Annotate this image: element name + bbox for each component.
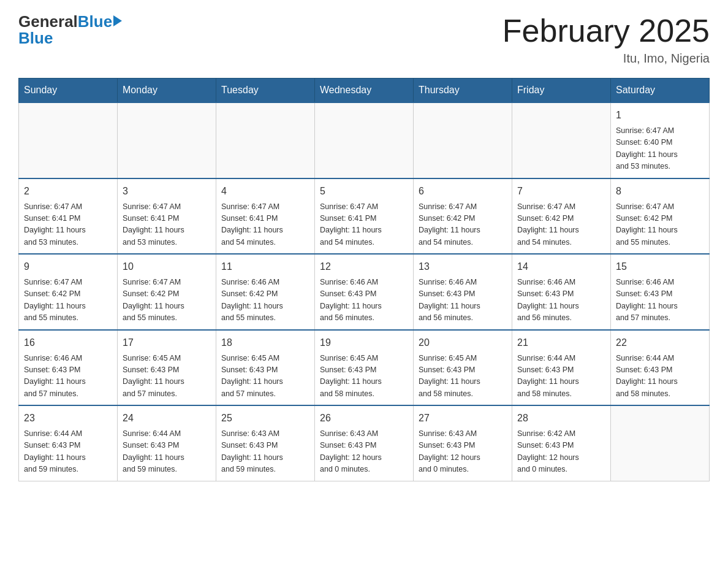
calendar-title: February 2025: [502, 12, 710, 49]
day-info: Sunrise: 6:43 AM Sunset: 6:43 PM Dayligh…: [419, 428, 507, 476]
calendar-cell: 15Sunrise: 6:46 AM Sunset: 6:43 PM Dayli…: [611, 254, 710, 330]
calendar-cell: [118, 102, 216, 178]
day-info: Sunrise: 6:44 AM Sunset: 6:43 PM Dayligh…: [517, 353, 605, 400]
calendar-cell: 16Sunrise: 6:46 AM Sunset: 6:43 PM Dayli…: [19, 330, 118, 406]
calendar-cell: 12Sunrise: 6:46 AM Sunset: 6:43 PM Dayli…: [315, 254, 414, 330]
day-info: Sunrise: 6:46 AM Sunset: 6:43 PM Dayligh…: [419, 277, 507, 324]
calendar-cell: 24Sunrise: 6:44 AM Sunset: 6:43 PM Dayli…: [118, 405, 216, 481]
day-number: 16: [24, 335, 112, 350]
day-info: Sunrise: 6:47 AM Sunset: 6:41 PM Dayligh…: [320, 201, 408, 249]
day-number: 2: [24, 184, 112, 199]
day-of-week-header: Wednesday: [315, 79, 414, 103]
day-number: 26: [320, 411, 408, 426]
day-info: Sunrise: 6:47 AM Sunset: 6:42 PM Dayligh…: [123, 277, 211, 324]
calendar-cell: 22Sunrise: 6:44 AM Sunset: 6:43 PM Dayli…: [611, 330, 710, 406]
logo-arrow-icon: [113, 15, 122, 26]
calendar-cell: 9Sunrise: 6:47 AM Sunset: 6:42 PM Daylig…: [19, 254, 118, 330]
day-number: 21: [517, 335, 605, 350]
day-number: 20: [419, 335, 507, 350]
calendar-cell: 11Sunrise: 6:46 AM Sunset: 6:42 PM Dayli…: [216, 254, 315, 330]
day-number: 14: [517, 259, 605, 274]
day-info: Sunrise: 6:47 AM Sunset: 6:40 PM Dayligh…: [616, 125, 704, 173]
calendar-cell: [19, 102, 118, 178]
title-area: February 2025 Itu, Imo, Nigeria: [502, 12, 710, 66]
calendar-cell: [216, 102, 315, 178]
calendar-cell: 18Sunrise: 6:45 AM Sunset: 6:43 PM Dayli…: [216, 330, 315, 406]
calendar-cell: 21Sunrise: 6:44 AM Sunset: 6:43 PM Dayli…: [512, 330, 611, 406]
day-info: Sunrise: 6:42 AM Sunset: 6:43 PM Dayligh…: [517, 428, 605, 476]
day-number: 17: [123, 335, 211, 350]
day-info: Sunrise: 6:47 AM Sunset: 6:42 PM Dayligh…: [616, 201, 704, 249]
header: General Blue Blue February 2025 Itu, Imo…: [18, 12, 710, 66]
calendar-cell: 1Sunrise: 6:47 AM Sunset: 6:40 PM Daylig…: [611, 102, 710, 178]
day-of-week-header: Friday: [512, 79, 611, 103]
day-info: Sunrise: 6:47 AM Sunset: 6:41 PM Dayligh…: [221, 201, 309, 249]
day-info: Sunrise: 6:43 AM Sunset: 6:43 PM Dayligh…: [320, 428, 408, 476]
calendar-cell: 6Sunrise: 6:47 AM Sunset: 6:42 PM Daylig…: [414, 178, 512, 255]
calendar-cell: [315, 102, 414, 178]
day-number: 19: [320, 335, 408, 350]
day-info: Sunrise: 6:46 AM Sunset: 6:42 PM Dayligh…: [221, 277, 309, 324]
day-number: 15: [616, 259, 704, 274]
day-number: 18: [221, 335, 309, 350]
day-number: 3: [123, 184, 211, 199]
week-row: 23Sunrise: 6:44 AM Sunset: 6:43 PM Dayli…: [19, 405, 710, 481]
day-info: Sunrise: 6:46 AM Sunset: 6:43 PM Dayligh…: [24, 353, 112, 400]
logo-blue: Blue: [78, 12, 112, 31]
day-number: 27: [419, 411, 507, 426]
week-row: 1Sunrise: 6:47 AM Sunset: 6:40 PM Daylig…: [19, 102, 710, 178]
calendar-cell: [611, 405, 710, 481]
logo-blue-text: Blue: [18, 29, 53, 48]
day-number: 22: [616, 335, 704, 350]
calendar-cell: 14Sunrise: 6:46 AM Sunset: 6:43 PM Dayli…: [512, 254, 611, 330]
calendar-cell: 4Sunrise: 6:47 AM Sunset: 6:41 PM Daylig…: [216, 178, 315, 255]
calendar-cell: 19Sunrise: 6:45 AM Sunset: 6:43 PM Dayli…: [315, 330, 414, 406]
day-number: 1: [616, 108, 704, 123]
day-of-week-header: Thursday: [414, 79, 512, 103]
calendar-cell: 17Sunrise: 6:45 AM Sunset: 6:43 PM Dayli…: [118, 330, 216, 406]
day-info: Sunrise: 6:44 AM Sunset: 6:43 PM Dayligh…: [616, 353, 704, 400]
day-info: Sunrise: 6:47 AM Sunset: 6:41 PM Dayligh…: [123, 201, 211, 249]
day-info: Sunrise: 6:46 AM Sunset: 6:43 PM Dayligh…: [320, 277, 408, 324]
day-number: 11: [221, 259, 309, 274]
day-info: Sunrise: 6:45 AM Sunset: 6:43 PM Dayligh…: [221, 353, 309, 400]
calendar-cell: 13Sunrise: 6:46 AM Sunset: 6:43 PM Dayli…: [414, 254, 512, 330]
day-info: Sunrise: 6:47 AM Sunset: 6:42 PM Dayligh…: [24, 277, 112, 324]
day-info: Sunrise: 6:45 AM Sunset: 6:43 PM Dayligh…: [123, 353, 211, 400]
logo: General Blue Blue: [18, 12, 122, 48]
day-of-week-header: Saturday: [611, 79, 710, 103]
calendar-cell: [512, 102, 611, 178]
calendar-cell: [414, 102, 512, 178]
calendar-cell: 8Sunrise: 6:47 AM Sunset: 6:42 PM Daylig…: [611, 178, 710, 255]
day-number: 23: [24, 411, 112, 426]
day-number: 24: [123, 411, 211, 426]
calendar-cell: 2Sunrise: 6:47 AM Sunset: 6:41 PM Daylig…: [19, 178, 118, 255]
day-info: Sunrise: 6:46 AM Sunset: 6:43 PM Dayligh…: [616, 277, 704, 324]
day-info: Sunrise: 6:44 AM Sunset: 6:43 PM Dayligh…: [24, 428, 112, 476]
day-number: 28: [517, 411, 605, 426]
day-number: 6: [419, 184, 507, 199]
calendar-cell: 26Sunrise: 6:43 AM Sunset: 6:43 PM Dayli…: [315, 405, 414, 481]
calendar-cell: 10Sunrise: 6:47 AM Sunset: 6:42 PM Dayli…: [118, 254, 216, 330]
calendar-cell: 23Sunrise: 6:44 AM Sunset: 6:43 PM Dayli…: [19, 405, 118, 481]
day-number: 8: [616, 184, 704, 199]
day-info: Sunrise: 6:47 AM Sunset: 6:41 PM Dayligh…: [24, 201, 112, 249]
day-number: 5: [320, 184, 408, 199]
calendar-subtitle: Itu, Imo, Nigeria: [502, 52, 710, 66]
calendar-cell: 5Sunrise: 6:47 AM Sunset: 6:41 PM Daylig…: [315, 178, 414, 255]
day-of-week-header: Sunday: [19, 79, 118, 103]
calendar-cell: 3Sunrise: 6:47 AM Sunset: 6:41 PM Daylig…: [118, 178, 216, 255]
calendar-cell: 20Sunrise: 6:45 AM Sunset: 6:43 PM Dayli…: [414, 330, 512, 406]
day-number: 12: [320, 259, 408, 274]
day-info: Sunrise: 6:45 AM Sunset: 6:43 PM Dayligh…: [419, 353, 507, 400]
day-info: Sunrise: 6:47 AM Sunset: 6:42 PM Dayligh…: [517, 201, 605, 249]
day-number: 25: [221, 411, 309, 426]
day-info: Sunrise: 6:47 AM Sunset: 6:42 PM Dayligh…: [419, 201, 507, 249]
week-row: 16Sunrise: 6:46 AM Sunset: 6:43 PM Dayli…: [19, 330, 710, 406]
calendar-cell: 27Sunrise: 6:43 AM Sunset: 6:43 PM Dayli…: [414, 405, 512, 481]
day-info: Sunrise: 6:45 AM Sunset: 6:43 PM Dayligh…: [320, 353, 408, 400]
day-number: 7: [517, 184, 605, 199]
day-number: 13: [419, 259, 507, 274]
day-number: 4: [221, 184, 309, 199]
header-row: SundayMondayTuesdayWednesdayThursdayFrid…: [19, 79, 710, 103]
